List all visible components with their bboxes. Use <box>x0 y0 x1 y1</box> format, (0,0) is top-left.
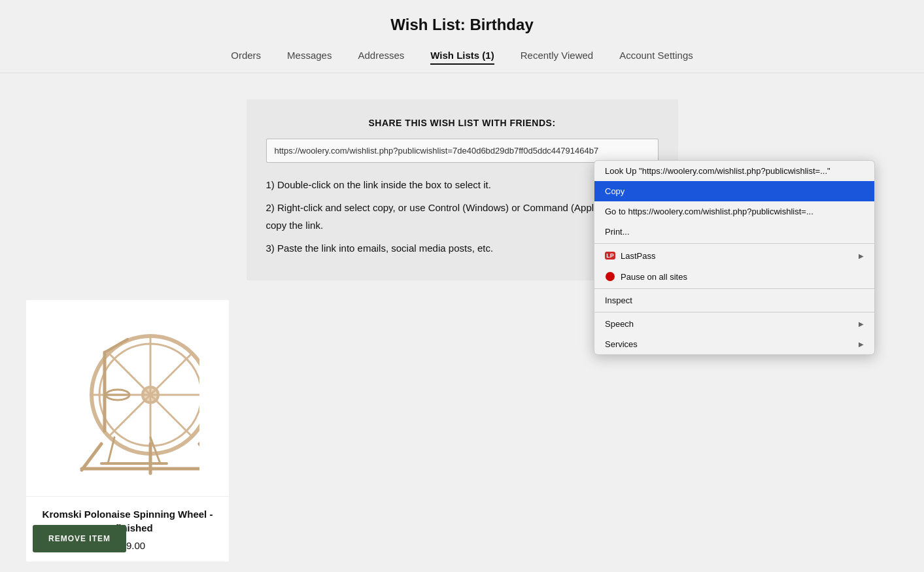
nav-item-addresses[interactable]: Addresses <box>358 50 404 65</box>
page-title: Wish List: Birthday <box>0 16 924 34</box>
svg-line-8 <box>150 395 192 437</box>
context-menu-speech[interactable]: Speech ▶ <box>594 314 874 334</box>
opera-icon <box>605 271 615 282</box>
context-menu-divider-2 <box>594 288 874 289</box>
context-menu-pause[interactable]: Pause on all sites <box>594 266 874 287</box>
context-menu-goto[interactable]: Go to https://woolery.com/wishlist.php?p… <box>594 201 874 222</box>
svg-line-11 <box>82 444 101 470</box>
context-menu: Look Up "https://woolery.com/wishlist.ph… <box>594 160 875 355</box>
nav-item-messages[interactable]: Messages <box>287 50 332 65</box>
svg-line-7 <box>109 353 150 395</box>
nav-item-orders[interactable]: Orders <box>231 50 261 65</box>
svg-line-10 <box>109 395 150 437</box>
context-menu-lookup[interactable]: Look Up "https://woolery.com/wishlist.ph… <box>594 161 874 181</box>
print-label: Print... <box>605 227 630 237</box>
context-menu-print[interactable]: Print... <box>594 222 874 242</box>
nav-item-recently-viewed[interactable]: Recently Viewed <box>521 50 593 65</box>
copy-label: Copy <box>605 186 625 196</box>
services-label: Services <box>605 339 638 349</box>
speech-label: Speech <box>605 319 634 329</box>
nav-bar: Orders Messages Addresses Wish Lists (1)… <box>0 50 924 73</box>
product-card: Kromski Polonaise Spinning Wheel - Unfin… <box>26 300 229 562</box>
lookup-label: Look Up "https://woolery.com/wishlist.ph… <box>605 166 830 176</box>
services-arrow: ▶ <box>859 341 864 348</box>
page-header: Wish List: Birthday Orders Messages Addr… <box>0 0 924 73</box>
context-menu-lastpass[interactable]: LP LastPass ▶ <box>594 245 874 266</box>
lastpass-label: LastPass <box>621 251 655 261</box>
nav-item-account-settings[interactable]: Account Settings <box>619 50 693 65</box>
pause-label: Pause on all sites <box>621 272 687 282</box>
remove-item-button[interactable]: REMOVE ITEM <box>33 525 126 552</box>
product-image-area <box>26 300 229 496</box>
svg-line-9 <box>150 353 192 395</box>
context-menu-services[interactable]: Services ▶ <box>594 334 874 354</box>
lastpass-icon: LP <box>605 250 615 261</box>
speech-arrow: ▶ <box>859 320 864 328</box>
share-title: SHARE THIS WISH LIST WITH FRIENDS: <box>266 118 659 128</box>
context-menu-divider-3 <box>594 312 874 312</box>
inspect-label: Inspect <box>605 295 632 305</box>
share-url-input[interactable] <box>266 139 659 163</box>
goto-label: Go to https://woolery.com/wishlist.php?p… <box>605 207 813 216</box>
lastpass-arrow: ▶ <box>859 252 864 260</box>
context-menu-divider-1 <box>594 243 874 244</box>
product-image <box>56 320 199 477</box>
context-menu-copy[interactable]: Copy <box>594 181 874 201</box>
context-menu-inspect[interactable]: Inspect <box>594 290 874 311</box>
nav-item-wishlists[interactable]: Wish Lists (1) <box>430 50 494 65</box>
